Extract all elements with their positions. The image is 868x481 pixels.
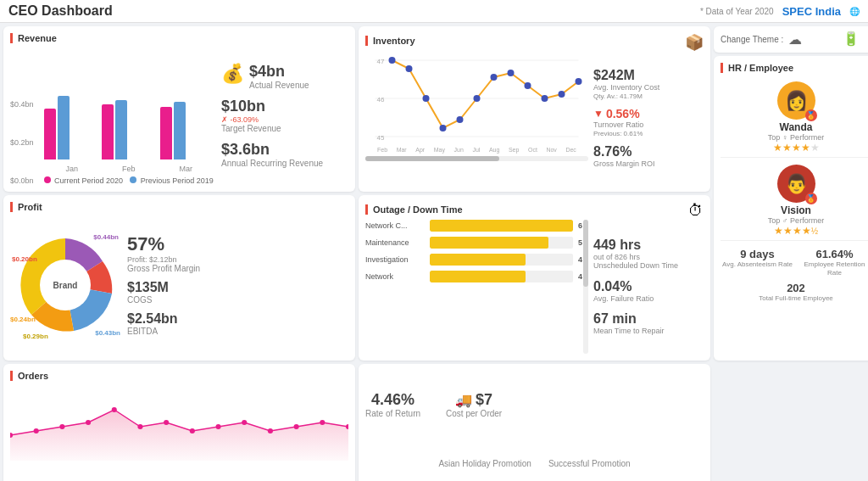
profit-margin-label: Gross Profit Margin xyxy=(127,264,348,273)
emp2-badge: 🏅 xyxy=(805,193,817,204)
svg-text:45: 45 xyxy=(377,134,385,142)
dot-dec2 xyxy=(576,78,582,85)
legend-current-dot xyxy=(44,176,51,183)
absenteeism-val: 9 days xyxy=(721,248,794,260)
bar-chart xyxy=(44,78,214,163)
outage-bar-bg-0 xyxy=(430,220,573,232)
return-rate-row: 4.46% Rate of Return 🚚 $7 Cost per Order xyxy=(365,391,704,418)
failure-label: Avg. Failure Ratio xyxy=(593,294,704,304)
orders-dot-8 xyxy=(215,424,220,429)
legend-current: Current Period 2020 xyxy=(44,176,124,185)
globe-icon: 🌐 xyxy=(849,7,860,16)
emp1-badge: 🏅 xyxy=(805,109,817,121)
inv-cost-sub: Qty. Av.: 41.79M xyxy=(593,92,704,100)
actual-revenue-row: 💰 $4bn Actual Revenue xyxy=(221,63,348,91)
profit-margin-sub: Profit: $2.12bn xyxy=(127,255,348,264)
actual-value: $4bn xyxy=(249,63,309,81)
retention-val: 61.64% xyxy=(798,248,868,260)
repair-label: Mean Time to Repair xyxy=(593,327,704,336)
outage-title: Outage / Down Time xyxy=(365,204,463,215)
turnover-label: Turnover Ratio xyxy=(593,120,704,130)
scroll-track[interactable] xyxy=(365,156,588,161)
profit-stats: 57% Profit: $2.12bn Gross Profit Margin … xyxy=(127,233,348,336)
donut-label-blue: $0.43bn xyxy=(95,329,120,337)
retention-label: Employee Retention Rate xyxy=(798,260,868,277)
bar-feb-previous xyxy=(115,100,127,159)
hr-bottom-stats: 9 days Avg. Absenteeism Rate 61.64% Empl… xyxy=(721,244,868,280)
truck-icon: 🚚 xyxy=(455,392,472,408)
orders-chart xyxy=(10,384,348,481)
donut-label-red: $0.20bn xyxy=(12,255,37,263)
target-value: $10bn xyxy=(221,98,281,115)
inventory-title: Inventory xyxy=(365,36,415,46)
revenue-stats: 💰 $4bn Actual Revenue $10bn ✗ -63.09% Ta… xyxy=(221,47,348,185)
bar-chart-area: Jan Feb Mar Current Period 2020 Previous… xyxy=(44,47,214,185)
target-label: Target Revenue xyxy=(221,124,281,134)
emp1-section: 👩 🏅 Wanda Top ♀ Performer ★★★★★ xyxy=(721,78,868,158)
profit-title: Profit xyxy=(10,202,348,212)
profit-card: Profit Brand xyxy=(3,195,355,361)
target-revenue-row: $10bn ✗ -63.09% Target Revenue xyxy=(221,98,348,134)
dot-nov xyxy=(542,95,548,102)
hr-card: HR / Employee 🔋 👩 🏅 Wanda Top ♀ Performe… xyxy=(714,56,868,361)
inv-gross-row: 8.76% Gross Margin ROI xyxy=(593,144,704,169)
inv-turnover-change: ▼ 0.56% xyxy=(593,107,704,120)
dot-aug xyxy=(491,74,498,81)
outage-content: Network C... 6 Maintenance 5 xyxy=(365,220,704,354)
outage-bar-bg-3 xyxy=(430,271,573,282)
outage-scrollbar[interactable] xyxy=(583,220,588,354)
outage-label-3: Network xyxy=(365,272,425,281)
turnover-value: 0.56% xyxy=(606,107,640,120)
revenue-card: Revenue $0.4bn $0.2bn $0.0bn xyxy=(3,26,355,192)
outage-label-2: Investigation xyxy=(365,255,425,264)
arr-label: Annual Recurring Revenue xyxy=(221,159,348,169)
return-rate-section: 4.46% Rate of Return xyxy=(365,391,420,418)
orders-title: Orders xyxy=(10,371,348,381)
outage-bar-fill-2 xyxy=(430,254,526,266)
inv-cost-label: Avg. Inventory Cost xyxy=(593,83,704,92)
emp2-stars: ★★★★½ xyxy=(774,225,818,237)
theme-label: Change Theme : xyxy=(721,35,783,44)
data-note: * Data of Year 2020 xyxy=(700,7,774,16)
ebitda-value: $2.54bn xyxy=(127,311,348,327)
outage-bars-container: Network C... 6 Maintenance 5 xyxy=(365,220,588,354)
hr-title: HR / Employee xyxy=(721,63,868,73)
dot-oct xyxy=(525,82,531,89)
coin-icon: 💰 xyxy=(221,63,244,85)
bar-mar-current xyxy=(160,107,172,159)
fulltime-label: Total Full-time Employee xyxy=(721,294,868,303)
orders-dot-6 xyxy=(164,420,169,425)
gross-label: Gross Margin ROI xyxy=(593,159,704,169)
target-change: ✗ -63.09% xyxy=(221,115,281,124)
promo2: Successful Promotion xyxy=(548,459,631,468)
emp2-section: 👨 🏅 Vision Top ♂ Performer ★★★★½ xyxy=(721,161,868,241)
inventory-line-chart: 47 46 45 xyxy=(365,52,588,145)
ebitda-row: $2.54bn EBITDA xyxy=(127,311,348,336)
outage-row-3: Network 4 xyxy=(365,271,588,282)
orders-line-chart xyxy=(10,384,348,461)
scroll-thumb[interactable] xyxy=(365,156,499,161)
inventory-content: 47 46 45 xyxy=(365,52,704,185)
unscheduled-row: 449 hrs out of 826 hrs Unscheduled Down … xyxy=(593,238,704,271)
outage-bar-bg-1 xyxy=(430,237,573,249)
outage-bar-fill-0 xyxy=(430,220,573,232)
fulltime-stat: 202 Total Full-time Employee xyxy=(721,280,868,305)
donut-label-yellow: $0.29bn xyxy=(23,333,48,340)
inv-x-labels: FebMarApr MayJunJul AugSepOct NovDec xyxy=(365,147,588,153)
y-axis-labels: $0.4bn $0.2bn $0.0bn xyxy=(10,100,37,185)
dot-sep xyxy=(508,70,515,76)
cogs-value: $135M xyxy=(127,280,348,295)
repair-row: 67 min Mean Time to Repair xyxy=(593,311,704,336)
cogs-label: COGS xyxy=(127,295,348,305)
svg-text:46: 46 xyxy=(377,96,385,103)
dot-jul xyxy=(474,95,481,102)
gross-margin-row: 57% Profit: $2.12bn Gross Profit Margin xyxy=(127,233,348,273)
orders-dot-11 xyxy=(294,424,299,429)
dot-feb xyxy=(389,57,396,64)
orders-dot-3 xyxy=(86,420,91,425)
outage-scrollbar-thumb[interactable] xyxy=(583,220,588,287)
promo1: Asian Holiday Promotion xyxy=(438,459,531,468)
orders-dot-2 xyxy=(59,424,64,429)
orders-dot-7 xyxy=(190,428,195,433)
absenteeism-label: Avg. Absenteeism Rate xyxy=(721,260,794,269)
